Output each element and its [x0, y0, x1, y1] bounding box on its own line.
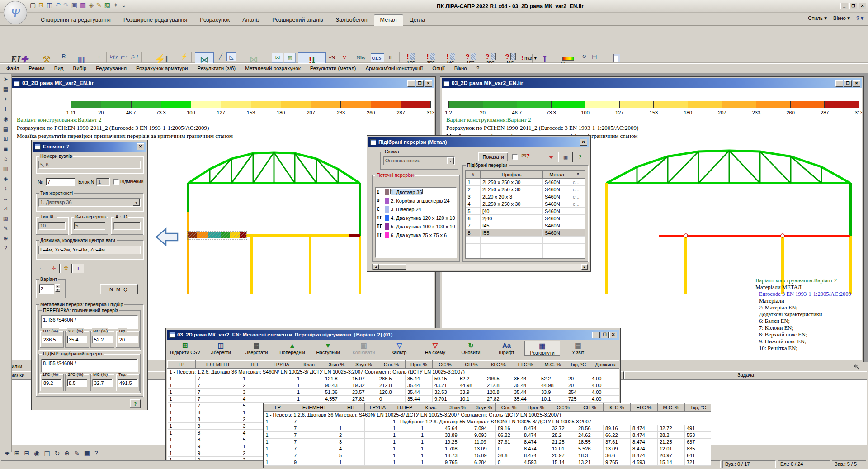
section-list-item[interactable]: С 3. Швелер 24	[376, 205, 456, 213]
side-tool-icon[interactable]: ↔	[1, 194, 11, 204]
calc-option-icon[interactable]: ⚡	[179, 52, 189, 61]
table-row[interactable]	[466, 244, 585, 251]
selection-band-row[interactable]: 1 7 1 - Підібрано: 1.2.6. Двотавр 55 Мат…	[264, 418, 712, 425]
preview-icon[interactable]: ▣	[71, 1, 77, 9]
scroll-left-button[interactable]: ◄	[373, 264, 379, 270]
menu-item[interactable]: Результати (з/б)	[198, 66, 236, 71]
app-logo[interactable]: Ψ	[4, 1, 27, 24]
table-row[interactable]: 17 2 190.43 19.32212.8 35.4443.21 44.982…	[168, 382, 619, 389]
more-commands-icon[interactable]: ⌄	[121, 1, 127, 9]
help-button[interactable]: ?	[130, 399, 141, 408]
hinge-node[interactable]	[781, 234, 784, 237]
menu-item[interactable]: Файл	[6, 66, 19, 71]
section-type-icon[interactable]: ⋈	[272, 53, 283, 62]
section-band-row[interactable]: 1 - Переріз: 1.2.6. Двотавр 36 Матеріал:…	[168, 369, 619, 375]
menu-item[interactable]: Металевий розрахунок	[245, 66, 301, 71]
chart-icon[interactable]: ▧	[104, 1, 110, 9]
side-tool-icon[interactable]: ✎	[1, 224, 11, 233]
restore-button[interactable]: ❐	[849, 3, 857, 9]
horizontal-scrollbar[interactable]: ◄ ►	[372, 264, 588, 270]
table-column-header[interactable]: ЕЛЕМЕНТ	[292, 404, 337, 412]
side-tool-icon[interactable]: ◉	[1, 114, 11, 124]
table-row[interactable]: 1 2L250 x 250 x 30 S460N с...	[466, 179, 585, 186]
table-column-header[interactable]: Профіль	[481, 171, 543, 179]
section-band-row[interactable]: 1 - Переріз: 1.2.6. Двотавр 36 Матеріал:…	[264, 412, 712, 418]
pin-icon[interactable]	[854, 364, 860, 370]
view-tool-icon[interactable]: ⊕	[64, 450, 70, 457]
table-column-header[interactable]: КГС %	[485, 361, 512, 369]
table-toolbar-button[interactable]: ▽ Фільтр	[382, 341, 417, 355]
side-tool-icon[interactable]: ⊿	[1, 204, 11, 213]
table-column-header[interactable]: Стк. %	[496, 404, 522, 412]
table-column-header[interactable]: Метал	[543, 171, 571, 179]
table-toolbar-button[interactable]: ▼ Наступний	[310, 341, 346, 355]
show-button[interactable]: Показати	[478, 152, 508, 161]
table-column-header[interactable]: ЕЛЕМЕНТ	[196, 361, 241, 369]
pointer-icon[interactable]: ✎	[96, 1, 102, 9]
table-column-header[interactable]: НП	[337, 404, 365, 412]
table-column-header[interactable]: СС %	[433, 361, 458, 369]
close-button[interactable]: ✕	[859, 3, 866, 9]
menu-item[interactable]: Режим	[28, 66, 44, 71]
close-button[interactable]: ✕	[137, 143, 144, 150]
aid-field[interactable]	[113, 222, 141, 230]
side-tool-icon[interactable]: ▥	[1, 164, 11, 174]
restore-button[interactable]: ❐	[844, 80, 852, 87]
ribbon-tab[interactable]: Залізобетон	[329, 14, 373, 25]
table-row[interactable]	[466, 237, 585, 244]
help-menu[interactable]: ? ▾	[856, 15, 863, 21]
table-column-header[interactable]: СС %	[550, 404, 576, 412]
result-symbol-button[interactable]: Nby	[357, 53, 370, 62]
block-number-field[interactable]: 1	[96, 178, 110, 186]
table-column-header[interactable]: П.ПЕР	[391, 404, 419, 412]
restore-button[interactable]: ❐	[416, 80, 424, 87]
design-tool-icon[interactable]: R	[59, 52, 69, 61]
selected-element[interactable]	[187, 231, 247, 240]
table-toolbar-button[interactable]: ◫ Зберегти	[203, 341, 239, 355]
table-column-header[interactable]: М.С. %	[658, 404, 685, 412]
restore-button[interactable]: ❐	[601, 332, 609, 338]
table-column-header[interactable]: ГР	[168, 361, 196, 369]
right-window-titlebar[interactable]: 03_2D рама МК_var2_EN.lir _ ❐ ✕	[442, 78, 862, 88]
view-tool-icon[interactable]: ◉	[34, 450, 39, 457]
table-toolbar-button[interactable]: ▤ У звіт	[560, 341, 596, 355]
sections-dialog-titlebar[interactable]: Підібрані перерізи (Метал) ✕	[368, 137, 589, 147]
ribbon-tab[interactable]: Цегла	[403, 14, 432, 25]
variant-spinner[interactable]: 2	[39, 284, 54, 294]
side-tool-icon[interactable]: ≣	[1, 144, 11, 154]
table-row[interactable]: 17 3 11 19.2511.09 37.618.474 21.2518.55…	[264, 439, 712, 445]
table-column-header[interactable]: Прог %	[406, 361, 433, 369]
side-tool-icon[interactable]: ⌂	[1, 154, 11, 164]
inspect-icon[interactable]: ◈	[89, 1, 94, 9]
table-window-titlebar[interactable]: 03_2D рама МК_var2_EN: Металеві елементи…	[167, 330, 619, 340]
length-field[interactable]: L=4м, Xс=2м, Yс=0м, Zс=4м	[38, 246, 141, 254]
table-row[interactable]: 17 2 11 33.899.093 66.228.474 28.224.62 …	[264, 432, 712, 439]
spinner-up-button[interactable]: ▲	[55, 284, 60, 288]
lock-icon[interactable]: ✦	[113, 1, 118, 9]
table-toolbar-button[interactable]: ▦ Розгорнути	[524, 341, 560, 356]
menu-item[interactable]: Вікно	[454, 66, 467, 71]
marked-checkbox[interactable]	[113, 179, 119, 185]
close-button[interactable]: ✕	[425, 80, 432, 87]
pick-section-field[interactable]: 8. I55 /S460N /	[41, 359, 138, 372]
menu-item[interactable]: Опції	[432, 66, 445, 71]
table-row[interactable]: 8 I55 S460N	[466, 229, 585, 237]
table-row[interactable]: 17 3 151.36 23.57120.8 35.4432.53 33.912…	[168, 389, 619, 396]
table-row[interactable]: 17 5 11 18.7315.09 36.68.474 20.9718.3 3…	[264, 452, 712, 459]
truss-web-members[interactable]	[210, 152, 338, 183]
table-column-header[interactable]: #	[466, 171, 481, 179]
scheme-combo[interactable]: Основна схема ▼	[383, 156, 455, 165]
close-button[interactable]: ✕	[853, 80, 860, 87]
scroll-right-button[interactable]: ►	[581, 264, 588, 270]
table-column-header[interactable]: *	[571, 171, 585, 179]
table-column-header[interactable]: Зсув %	[472, 404, 496, 412]
table-column-header[interactable]: Зсув %	[350, 361, 377, 369]
view-tool-icon[interactable]: ⊟	[24, 450, 29, 457]
table-toolbar-button[interactable]: ▲ Попередній	[274, 341, 310, 355]
table-column-header[interactable]: НП	[241, 361, 268, 369]
filter-button[interactable]	[544, 152, 558, 162]
table-toolbar-button[interactable]: Aа Шрифт	[489, 341, 524, 355]
combo-dropdown-button[interactable]: ▼	[447, 157, 454, 164]
element-dialog-titlebar[interactable]: Елемент 7 ✕	[33, 142, 146, 152]
table-column-header[interactable]: СП %	[458, 361, 485, 369]
